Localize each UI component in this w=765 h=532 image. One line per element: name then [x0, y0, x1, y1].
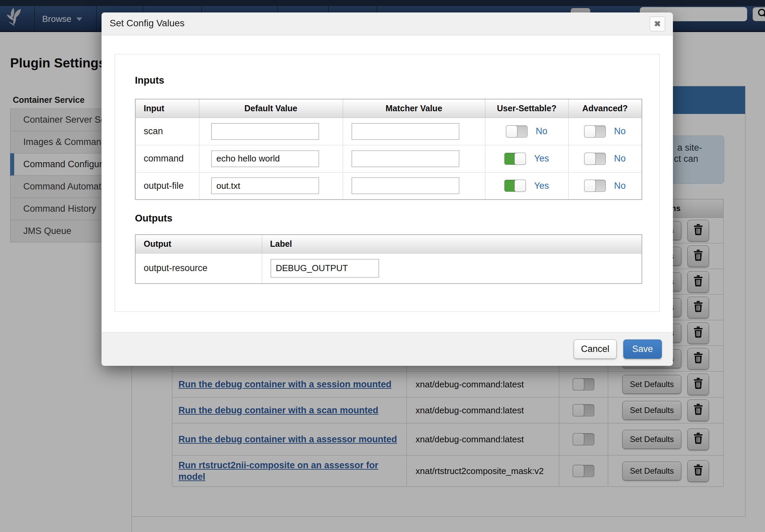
input-name: command — [135, 145, 199, 172]
close-button[interactable]: ✖ — [650, 17, 665, 31]
output-row-output-resource: output-resource — [135, 253, 642, 284]
matcher-value-field[interactable] — [351, 123, 459, 140]
inputs-heading: Inputs — [135, 75, 164, 86]
toggle-state-label: No — [614, 126, 626, 136]
table-header-row: Input Default Value Matcher Value User-S… — [135, 99, 642, 118]
column-header-user-settable: User-Settable? — [485, 99, 568, 118]
input-row-scan: scan No No — [135, 118, 642, 145]
cancel-button[interactable]: Cancel — [574, 339, 617, 359]
dialog-header: Set Config Values ✖ — [102, 12, 673, 35]
toggle-state-label: No — [536, 126, 547, 136]
inputs-table: Input Default Value Matcher Value User-S… — [135, 99, 642, 200]
column-header-label: Label — [262, 235, 642, 253]
outputs-heading: Outputs — [135, 213, 172, 224]
input-name: scan — [135, 118, 199, 145]
table-header-row: Output Label — [135, 235, 642, 253]
set-config-values-dialog: Set Config Values ✖ Inputs Input Default… — [102, 12, 673, 366]
input-row-command: command Yes No — [135, 145, 642, 172]
advanced-toggle[interactable] — [584, 125, 606, 138]
output-name: output-resource — [135, 253, 262, 284]
column-header-matcher-value: Matcher Value — [343, 99, 485, 118]
toggle-state-label: No — [614, 181, 626, 191]
user-settable-toggle[interactable] — [504, 153, 526, 165]
close-icon: ✖ — [654, 19, 661, 29]
matcher-value-field[interactable] — [351, 150, 459, 167]
user-settable-toggle[interactable] — [504, 180, 526, 192]
column-header-output: Output — [135, 235, 262, 253]
user-settable-toggle[interactable] — [506, 125, 528, 138]
output-label-field[interactable] — [271, 259, 379, 278]
matcher-value-field[interactable] — [351, 177, 459, 194]
outputs-table: Output Label output-resource — [135, 234, 642, 284]
column-header-input: Input — [135, 99, 199, 118]
dialog-footer: Cancel Save — [102, 332, 673, 366]
toggle-state-label: No — [614, 153, 626, 164]
default-value-field[interactable] — [211, 177, 319, 194]
save-button[interactable]: Save — [623, 339, 662, 359]
toggle-state-label: Yes — [534, 181, 549, 191]
advanced-toggle[interactable] — [584, 180, 606, 192]
input-name: output-file — [135, 172, 199, 200]
column-header-default-value: Default Value — [199, 99, 343, 118]
advanced-toggle[interactable] — [584, 153, 606, 165]
column-header-advanced: Advanced? — [568, 99, 642, 118]
toggle-state-label: Yes — [534, 153, 549, 164]
screen: Browse Plugin Settings Container Service… — [0, 0, 765, 532]
input-row-output-file: output-file Yes No — [135, 172, 642, 200]
default-value-field[interactable] — [211, 150, 319, 167]
dialog-title: Set Config Values — [110, 18, 185, 29]
default-value-field[interactable] — [211, 123, 319, 140]
